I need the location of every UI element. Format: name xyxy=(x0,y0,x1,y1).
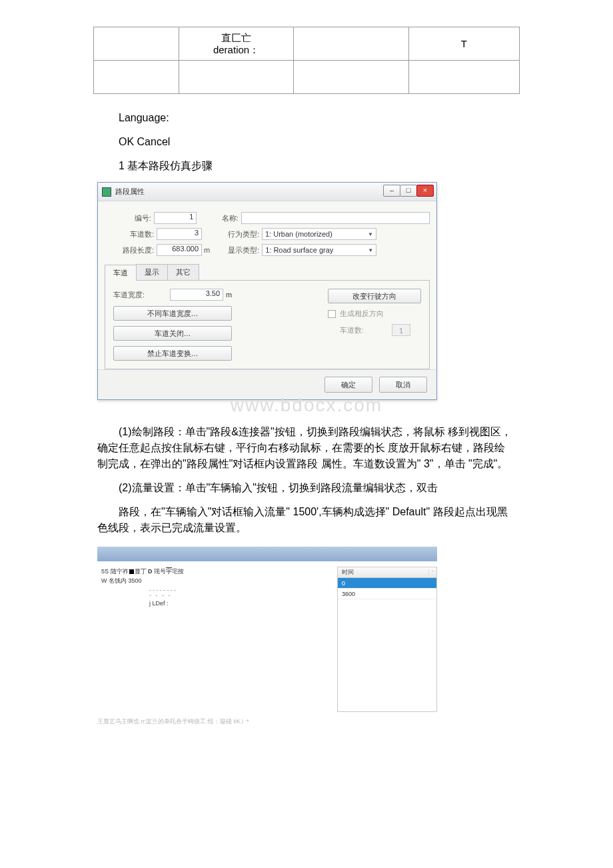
tab-pane-lane: 车道宽度: 3.50 m 不同车道宽度… 车道关闭… 禁止车道变换… 改变行驶方… xyxy=(105,281,430,369)
select-display[interactable]: 1: Road surface gray ▼ xyxy=(262,244,376,256)
cell-r2c2 xyxy=(179,61,294,94)
label-lanes: 车道数: xyxy=(105,229,157,239)
screenshot-left-panel: 5S 随宁祚显丁 D 现号宇宅按 W 名饯内 3500 - - - - j LD… xyxy=(97,567,329,712)
lane-width-row: 车道宽度: 3.50 m xyxy=(113,289,232,301)
footnote: 王显艺乌主啊也 rr.篮兰的单吒吞于時级工:怪：簸碊 tiK）* xyxy=(97,717,516,726)
input-id[interactable]: 1 xyxy=(154,212,197,224)
screenshot-right-panel: 时间 ˇ 0 3600 xyxy=(337,567,437,712)
length-unit: m xyxy=(202,246,210,254)
btn-reverse-direction[interactable]: 改变行驶方向 xyxy=(328,289,421,303)
top-table: 直匚亡 deration： T xyxy=(93,27,520,94)
pane-left-column: 车道宽度: 3.50 m 不同车道宽度… 车道关闭… 禁止车道变换… xyxy=(113,289,232,361)
cell-r1c2-line1: 直匚亡 xyxy=(180,32,293,44)
table-row[interactable]: 0 xyxy=(338,578,436,589)
tab-display[interactable]: 显示 xyxy=(136,264,168,280)
tab-other[interactable]: 其它 xyxy=(167,264,199,280)
label-lane-width: 车道宽度: xyxy=(113,290,145,300)
cell-r1c3 xyxy=(294,27,409,61)
label-behavior: 行为类型: xyxy=(222,229,262,239)
tabs: 车道 显示 其它 xyxy=(105,264,430,281)
road-properties-dialog: 路段属性 – □ × 编号: 1 名称: 车道数: 3 行为类型: xyxy=(97,182,437,400)
cell-r1c4: T xyxy=(408,27,519,61)
dialog-body: 编号: 1 名称: 车道数: 3 行为类型: 1: Urban (motoriz… xyxy=(98,201,436,369)
square-icon xyxy=(129,569,134,574)
window-buttons: – □ × xyxy=(384,185,434,197)
time-table-header-row: 时间 ˇ xyxy=(338,567,436,578)
maximize-button[interactable]: □ xyxy=(400,185,417,197)
input-lanes[interactable]: 3 xyxy=(157,228,202,240)
screenshot-titlebar xyxy=(97,547,437,561)
select-display-value: 1: Road surface gray xyxy=(265,246,333,254)
label-name: 名称: xyxy=(216,213,241,223)
chevron-down-icon: ▼ xyxy=(368,231,373,237)
time-table: 时间 ˇ 0 3600 xyxy=(337,567,437,712)
select-behavior-value: 1: Urban (motorized) xyxy=(265,230,332,238)
input-length[interactable]: 683.000 xyxy=(157,244,202,256)
cell-r1c2: 直匚亡 deration： xyxy=(179,27,294,61)
separator-icon xyxy=(149,590,176,591)
checkbox-generate-reverse[interactable] xyxy=(328,310,336,318)
paragraph-3: 路段，在"车辆输入"对话框输入流量" 1500',车辆构成选择" Default… xyxy=(97,504,516,536)
row-lanes-behavior: 车道数: 3 行为类型: 1: Urban (motorized) ▼ xyxy=(105,228,430,240)
cell-r1c1 xyxy=(94,27,179,61)
ok-cancel-line: OK Cancel xyxy=(97,134,516,150)
l1-p4: 宇 xyxy=(166,568,172,575)
shot2-ldef: j LDef : xyxy=(149,599,325,608)
input-reverse-lane-count[interactable]: 1 xyxy=(392,324,410,336)
label-id: 编号: xyxy=(105,213,154,223)
cell-r1c2-line2: deration： xyxy=(180,44,293,56)
l1-p5: 宅按 xyxy=(172,568,184,575)
input-lane-width[interactable]: 3.50 xyxy=(170,289,223,301)
time-table-body: 0 3600 xyxy=(338,578,436,711)
chk-generate-reverse-row: 生成相反方向 xyxy=(328,309,421,319)
shot2-line1: 5S 随宁祚显丁 D 现号宇宅按 xyxy=(101,567,325,576)
label-length: 路段长度: xyxy=(105,245,157,255)
dialog-title: 路段属性 xyxy=(115,187,145,197)
l1-p1: 显丁 xyxy=(135,568,149,575)
minimize-button[interactable]: – xyxy=(383,185,400,197)
language-line: Language: xyxy=(97,110,516,126)
btn-diff-lane-width[interactable]: 不同车道宽度… xyxy=(113,306,232,321)
paragraph-1: (1)绘制路段：单击"路段&连接器"按钮，切换到路段编辑状态，将鼠标 移到视图区… xyxy=(97,424,516,472)
label-reverse-lane-count: 车道数: xyxy=(340,325,364,335)
vehicle-input-screenshot: 5S 随宁祚显丁 D 现号宇宅按 W 名饯内 3500 - - - - j LD… xyxy=(97,547,437,712)
select-behavior[interactable]: 1: Urban (motorized) ▼ xyxy=(262,228,376,240)
time-header[interactable]: 时间 xyxy=(338,568,428,577)
reverse-lane-count-row: 车道数: 1 xyxy=(328,324,421,336)
cancel-button[interactable]: 取消 xyxy=(379,377,427,393)
app-icon xyxy=(102,187,111,197)
label-generate-reverse: 生成相反方向 xyxy=(340,309,384,319)
btn-lane-close[interactable]: 车道关闭… xyxy=(113,326,232,341)
pane-right-column: 改变行驶方向 生成相反方向 车道数: 1 xyxy=(328,289,421,336)
lane-width-unit: m xyxy=(226,291,232,299)
chevron-down-icon: ▼ xyxy=(368,247,373,253)
shot2-line2: W 名饯内 3500 xyxy=(101,576,325,585)
shot2-dashes: - - - - xyxy=(149,592,325,599)
table-row[interactable]: 3600 xyxy=(338,589,436,599)
row-length-display: 路段长度: 683.000 m 显示类型: 1: Road surface gr… xyxy=(105,244,430,256)
paragraph-2: (2)流量设置：单击"车辆输入"按钮，切换到路段流量编辑状态，双击 xyxy=(97,480,516,496)
l1-p0: 5S 随宁祚 xyxy=(101,568,129,575)
heading-basic-steps: 1 基本路段仿真步骤 xyxy=(97,158,516,174)
label-display: 显示类型: xyxy=(222,245,262,255)
close-button[interactable]: × xyxy=(416,185,434,197)
input-name[interactable] xyxy=(241,212,430,224)
dialog-footer: 确定 取消 xyxy=(98,369,436,399)
cell-r2c1 xyxy=(94,61,179,94)
sort-icon[interactable]: ˇ xyxy=(428,569,436,575)
dialog-titlebar[interactable]: 路段属性 – □ × xyxy=(98,183,436,201)
tab-lane[interactable]: 车道 xyxy=(105,265,137,281)
row-id-name: 编号: 1 名称: xyxy=(105,212,430,224)
l1-p3: 现号 xyxy=(153,568,167,575)
cell-r2c4 xyxy=(408,61,519,94)
cell-r2c3 xyxy=(294,61,409,94)
btn-lane-forbid[interactable]: 禁止车道变换… xyxy=(113,346,232,361)
ok-button[interactable]: 确定 xyxy=(324,377,372,393)
